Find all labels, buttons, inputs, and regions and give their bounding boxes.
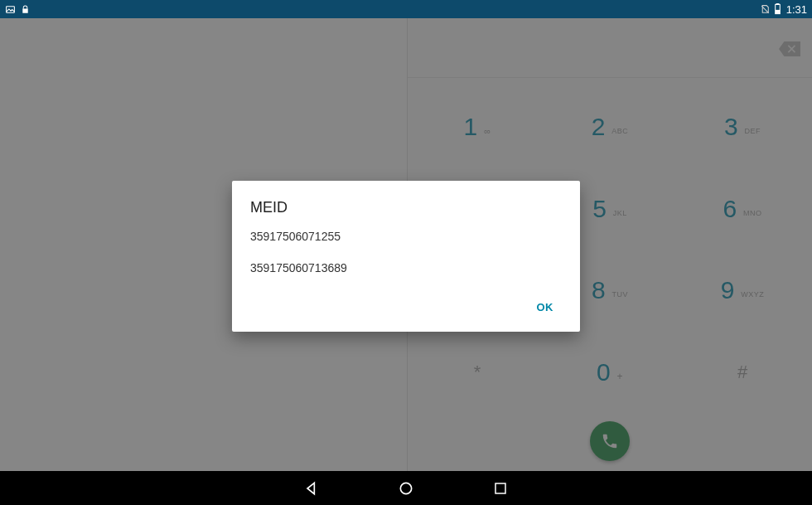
svg-rect-0 bbox=[7, 6, 15, 12]
svg-rect-5 bbox=[495, 483, 505, 493]
status-left bbox=[5, 4, 30, 15]
battery-icon bbox=[774, 3, 781, 15]
meid-value-1: 35917506071255 bbox=[250, 230, 562, 243]
status-bar: 1:31 bbox=[0, 0, 812, 18]
meid-dialog: MEID 35917506071255 359175060713689 OK bbox=[232, 181, 580, 332]
home-button[interactable] bbox=[396, 478, 416, 498]
svg-point-4 bbox=[400, 483, 411, 493]
status-right: 1:31 bbox=[760, 3, 807, 16]
meid-value-2: 359175060713689 bbox=[250, 261, 562, 274]
dialog-title: MEID bbox=[250, 199, 562, 216]
screenshot-icon bbox=[5, 4, 16, 15]
back-button[interactable] bbox=[302, 478, 321, 498]
lock-icon bbox=[21, 4, 30, 15]
ok-button[interactable]: OK bbox=[529, 296, 563, 318]
svg-rect-2 bbox=[776, 3, 779, 4]
status-clock: 1:31 bbox=[786, 3, 807, 16]
recents-button[interactable] bbox=[491, 478, 510, 498]
dialog-actions: OK bbox=[250, 293, 562, 323]
svg-rect-3 bbox=[776, 10, 779, 13]
navigation-bar bbox=[0, 471, 812, 505]
no-sim-icon bbox=[760, 4, 771, 15]
